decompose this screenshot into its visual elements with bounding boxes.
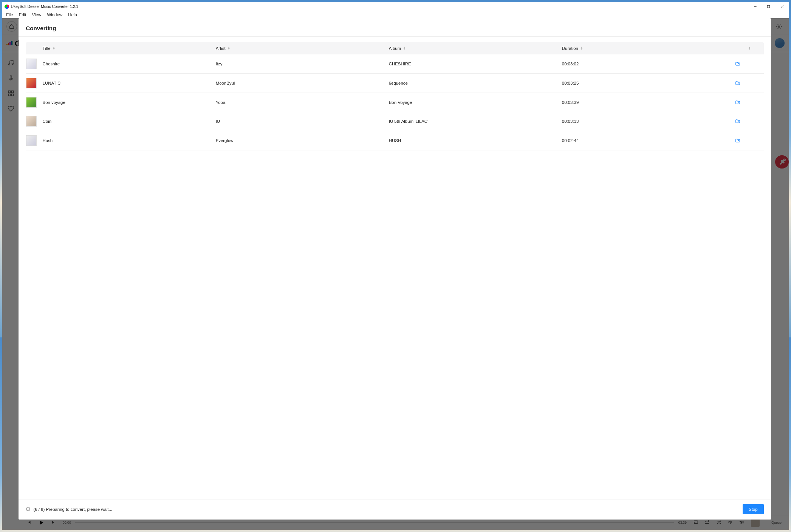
- cell-album: CHESHIRE: [389, 62, 502, 66]
- table-row[interactable]: CheshireItzyCHESHIRE00:03:02: [26, 54, 502, 74]
- table-row[interactable]: CoinIUIU 5th Album 'LILAC'00:03:13: [26, 112, 502, 131]
- cell-title: Bon voyage: [43, 100, 216, 105]
- cell-title: Hush: [43, 138, 216, 143]
- converting-modal: Converting Title▲▼ Artist▲▼ Album▲▼ Dura…: [19, 18, 502, 337]
- table-row[interactable]: HushEverglowHUSH00:02:44: [26, 131, 502, 150]
- cell-album: Bon Voyage: [389, 100, 502, 105]
- cell-artist: Itzy: [216, 62, 389, 66]
- track-thumb: [26, 116, 37, 127]
- cell-artist: Everglow: [216, 138, 389, 143]
- table-row[interactable]: LUNATICMoonByul6equence00:03:25: [26, 74, 502, 93]
- cell-title: Coin: [43, 119, 216, 124]
- track-thumb: [26, 97, 37, 108]
- menu-file[interactable]: File: [6, 12, 13, 17]
- cell-album: IU 5th Album 'LILAC': [389, 119, 502, 124]
- track-thumb: [26, 78, 37, 88]
- col-album[interactable]: Album▲▼: [389, 46, 502, 51]
- col-title[interactable]: Title▲▼: [43, 46, 216, 51]
- track-thumb: [26, 59, 37, 69]
- cell-artist: Yooa: [216, 100, 389, 105]
- table-body[interactable]: CheshireItzyCHESHIRE00:03:02LUNATICMoonB…: [26, 54, 502, 337]
- cell-artist: IU: [216, 119, 389, 124]
- table-header: Title▲▼ Artist▲▼ Album▲▼ Duration▲▼ ▲▼: [26, 42, 502, 54]
- cell-title: Cheshire: [43, 62, 216, 66]
- table-row[interactable]: Bon voyageYooaBon Voyage00:03:39: [26, 93, 502, 112]
- menu-help[interactable]: Help: [68, 12, 77, 17]
- menu-view[interactable]: View: [32, 12, 42, 17]
- menubar: File Edit View Window Help: [2, 11, 502, 19]
- modal-title: Converting: [19, 18, 502, 36]
- app-icon: [5, 5, 9, 9]
- sort-icon: ▲▼: [228, 47, 231, 50]
- cell-title: LUNATIC: [43, 81, 216, 85]
- track-thumb: [26, 135, 37, 146]
- menu-edit[interactable]: Edit: [19, 12, 26, 17]
- sort-icon: ▲▼: [53, 47, 56, 50]
- cell-artist: MoonByul: [216, 81, 389, 85]
- sort-icon: ▲▼: [403, 47, 406, 50]
- window-title: UkeySoft Deezer Music Converter 1.2.1: [11, 5, 78, 9]
- titlebar: UkeySoft Deezer Music Converter 1.2.1: [2, 2, 502, 11]
- cell-album: 6equence: [389, 81, 502, 85]
- menu-window[interactable]: Window: [47, 12, 62, 17]
- col-artist[interactable]: Artist▲▼: [216, 46, 389, 51]
- cell-album: HUSH: [389, 138, 502, 143]
